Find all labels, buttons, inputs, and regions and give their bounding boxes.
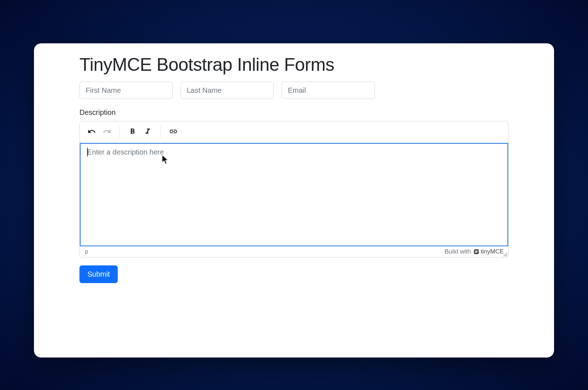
undo-button[interactable] [84, 125, 99, 140]
form-card: TinyMCE Bootstrap Inline Forms Descripti… [34, 43, 554, 358]
mouse-cursor-icon [161, 155, 169, 165]
editor-status-bar: p Build with tinyMCE [80, 246, 508, 257]
toolbar-separator [120, 126, 120, 139]
element-path[interactable]: p [85, 248, 88, 255]
description-textarea[interactable]: Enter a description here [80, 143, 508, 246]
editor-branding: Build with tinyMCE [445, 248, 504, 255]
resize-handle-icon[interactable] [503, 252, 507, 257]
bold-icon [128, 127, 137, 137]
tinymce-logo[interactable]: tinyMCE [473, 248, 504, 255]
editor-toolbar [80, 121, 508, 143]
redo-button[interactable] [99, 125, 114, 140]
italic-button[interactable] [140, 125, 155, 140]
page-title: TinyMCE Bootstrap Inline Forms [79, 54, 509, 75]
bold-button[interactable] [125, 125, 140, 140]
text-cursor [87, 148, 88, 156]
link-button[interactable] [166, 125, 181, 140]
tinymce-logo-icon [473, 248, 480, 255]
description-label: Description [79, 108, 509, 117]
redo-icon [103, 127, 111, 137]
link-icon [169, 127, 178, 137]
tinymce-brand-text: tinyMCE [481, 248, 504, 255]
toolbar-separator [160, 126, 161, 139]
italic-icon [143, 127, 152, 137]
input-row [79, 82, 509, 99]
editor-placeholder: Enter a description here [87, 148, 164, 156]
build-with-label: Build with [445, 248, 471, 255]
submit-button[interactable]: Submit [79, 265, 118, 283]
last-name-field[interactable] [181, 82, 274, 99]
email-field[interactable] [282, 82, 375, 99]
rich-text-editor: Enter a description here p Build with ti… [79, 121, 509, 257]
first-name-field[interactable] [79, 82, 173, 99]
undo-icon [87, 127, 96, 137]
